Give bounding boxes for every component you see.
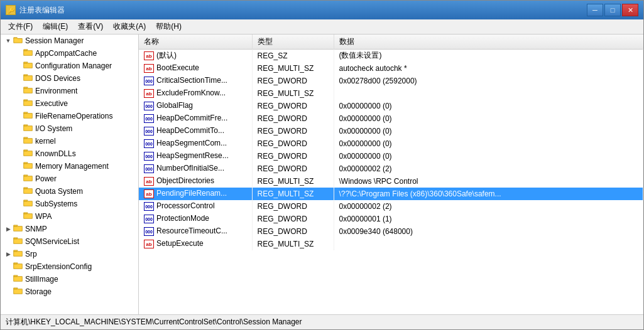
cell-data: 0x0009e340 (648000)	[334, 225, 643, 238]
cell-type: REG_SZ	[252, 50, 334, 62]
table-row[interactable]: 000GlobalFlagREG_DWORD0x00000000 (0)	[139, 100, 643, 112]
tree-item-sqmservicelist[interactable]: SQMServiceList	[1, 235, 138, 248]
table-row[interactable]: ab(默认)REG_SZ(数值未设置)	[139, 50, 643, 62]
table-row[interactable]: 000CriticalSectionTime...REG_DWORD0x0027…	[139, 75, 643, 87]
menu-edit[interactable]: 编辑(E)	[38, 19, 73, 34]
col-header-data[interactable]: 数据	[334, 35, 643, 50]
tree-item-kernel[interactable]: kernel	[1, 135, 138, 147]
table-row[interactable]: abSetupExecuteREG_MULTI_SZ	[139, 238, 643, 250]
dword-icon: 000	[144, 215, 154, 223]
cell-data	[334, 238, 643, 250]
table-row[interactable]: 000HeapDeCommitTo...REG_DWORD0x00000000 …	[139, 125, 643, 137]
table-row[interactable]: 000HeapSegmentCom...REG_DWORD0x00000000 …	[139, 137, 643, 150]
folder-icon	[23, 124, 33, 134]
table-row[interactable]: 000NumberOfInitialSe...REG_DWORD0x000000…	[139, 162, 643, 175]
tree-item-dos-devices[interactable]: DOS Devices	[1, 72, 138, 85]
cell-name: 000ResourceTimeoutC...	[139, 225, 252, 238]
tree-item-wpa[interactable]: WPA	[1, 210, 138, 223]
expand-icon	[13, 98, 23, 109]
col-header-type[interactable]: 类型	[252, 35, 334, 50]
table-row[interactable]: abPendingFileRenam...REG_MULTI_SZ\??\C:\…	[139, 188, 643, 200]
tree-item-environment[interactable]: Environment	[1, 85, 138, 97]
close-button[interactable]: ✕	[622, 4, 638, 16]
cell-data: 0x00000000 (0)	[334, 150, 643, 162]
minimize-button[interactable]: ─	[587, 4, 603, 16]
tree-item-knowndlls[interactable]: KnownDLLs	[1, 147, 138, 160]
menu-view[interactable]: 查看(V)	[73, 19, 108, 34]
svg-rect-19	[14, 289, 23, 294]
tree-item-label: SubSystems	[35, 200, 77, 208]
table-row[interactable]: abExcludeFromKnow...REG_MULTI_SZ	[139, 87, 643, 100]
table-row[interactable]: 000ProcessorControlREG_DWORD0x00000002 (…	[139, 200, 643, 213]
menu-file[interactable]: 文件(F)	[3, 19, 38, 34]
menu-favorites[interactable]: 收藏夹(A)	[108, 19, 151, 34]
tree-item-label: Quota System	[35, 187, 83, 196]
tree-item-srp[interactable]: ▶ Srp	[1, 248, 138, 260]
expand-icon	[13, 111, 23, 121]
table-row[interactable]: 000ProtectionModeREG_DWORD0x00000001 (1)	[139, 213, 643, 225]
svg-rect-18	[14, 277, 23, 282]
dword-icon: 000	[144, 127, 154, 136]
svg-rect-1	[24, 63, 33, 68]
tree-item-filerename[interactable]: FileRenameOperations	[1, 110, 138, 122]
tree-item-memory-management[interactable]: Memory Management	[1, 160, 138, 173]
svg-rect-14	[14, 226, 23, 232]
folder-icon	[23, 48, 33, 58]
expand-icon	[13, 73, 23, 83]
tree-item-quota-system[interactable]: Quota System	[1, 185, 138, 198]
cell-name: ab(默认)	[139, 50, 252, 62]
dword-icon: 000	[144, 164, 154, 173]
folder-icon	[13, 237, 23, 247]
expand-icon	[13, 161, 23, 171]
tree-item-executive[interactable]: Executive	[1, 97, 138, 110]
expand-icon	[13, 86, 23, 96]
table-row[interactable]: abBootExecuteREG_MULTI_SZautocheck autoc…	[139, 62, 643, 75]
tree-item-session-manager[interactable]: ▼ Session Manager	[1, 35, 138, 47]
cell-type: REG_MULTI_SZ	[252, 175, 334, 188]
folder-icon	[23, 211, 33, 221]
titlebar-buttons: ─ □ ✕	[587, 4, 638, 16]
svg-rect-0	[24, 51, 33, 56]
svg-rect-12	[24, 201, 33, 206]
svg-rect-15	[14, 239, 23, 244]
cell-data: \Windows \RPC Control	[334, 175, 643, 188]
cell-name: abBootExecute	[139, 62, 252, 75]
cell-data: 0x00000001 (1)	[334, 213, 643, 225]
restore-button[interactable]: □	[604, 4, 621, 16]
menu-help[interactable]: 帮助(H)	[151, 19, 187, 34]
tree-item-label: I/O System	[35, 124, 72, 133]
table-row[interactable]: abObjectDirectoriesREG_MULTI_SZ\Windows …	[139, 175, 643, 188]
tree-panel: ▼ Session Manager AppCompatCache Configu…	[1, 35, 139, 314]
tree-item-label: FileRenameOperations	[35, 112, 112, 120]
menubar: 文件(F) 编辑(E) 查看(V) 收藏夹(A) 帮助(H)	[1, 19, 643, 35]
folder-icon	[23, 161, 33, 171]
table-row[interactable]: 000HeapSegmentRese...REG_DWORD0x00000000…	[139, 150, 643, 162]
cell-type: REG_DWORD	[252, 112, 334, 125]
folder-icon	[23, 86, 33, 96]
tree-item-snmp[interactable]: ▶ SNMP	[1, 223, 138, 235]
tree-item-configuration-manager[interactable]: Configuration Manager	[1, 60, 138, 72]
tree-item-subsystems[interactable]: SubSystems	[1, 198, 138, 210]
folder-icon	[23, 73, 33, 83]
tree-item-storage[interactable]: Storage	[1, 285, 138, 298]
cell-data: 0x00000002 (2)	[334, 200, 643, 213]
table-row[interactable]: 000HeapDeCommitFre...REG_DWORD0x00000000…	[139, 112, 643, 125]
expand-icon: ▶	[3, 224, 13, 234]
cell-type: REG_DWORD	[252, 150, 334, 162]
cell-name: abSetupExecute	[139, 238, 252, 250]
folder-icon	[23, 199, 33, 209]
cell-type: REG_MULTI_SZ	[252, 238, 334, 250]
col-header-name[interactable]: 名称	[139, 35, 252, 50]
tree-item-label: Power	[35, 174, 57, 183]
tree-item-appcompat-cache[interactable]: AppCompatCache	[1, 47, 138, 60]
status-path: 计算机\HKEY_LOCAL_MACHINE\SYSTEM\CurrentCon…	[6, 317, 302, 327]
tree-item-srpextensionconfig[interactable]: SrpExtensionConfig	[1, 260, 138, 273]
cell-data: 0x00000002 (2)	[334, 162, 643, 175]
folder-icon	[23, 186, 33, 196]
tree-item-power[interactable]: Power	[1, 173, 138, 185]
cell-name: 000ProcessorControl	[139, 200, 252, 213]
table-row[interactable]: 000ResourceTimeoutC...REG_DWORD0x0009e34…	[139, 225, 643, 238]
tree-item-stillimage[interactable]: StillImage	[1, 273, 138, 285]
titlebar: 🔑 注册表编辑器 ─ □ ✕	[1, 1, 643, 19]
tree-item-io-system[interactable]: I/O System	[1, 122, 138, 135]
